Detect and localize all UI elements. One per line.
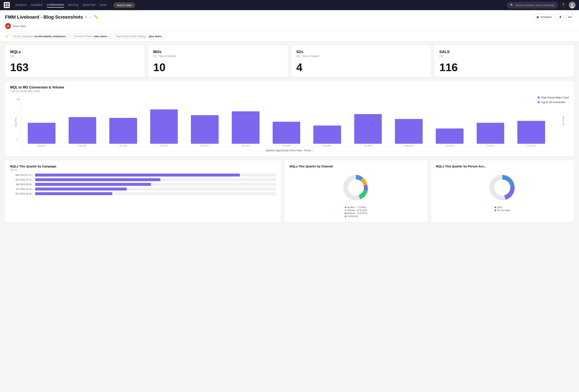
nav-monitor[interactable]: MONITOR <box>83 3 96 7</box>
svg-rect-0 <box>4 2 10 8</box>
nav-liveboards[interactable]: LIVEBOARDS <box>47 2 64 8</box>
mql-chart-card: MQL to MO Conversion & Volume Last 12 mo… <box>5 81 574 156</box>
nav-spotiq[interactable]: SPOTIQ <box>68 3 78 7</box>
svg-rect-3 <box>5 5 6 7</box>
campaign-bar-label: WB 2022.07.21... <box>10 174 33 176</box>
svg-rect-4 <box>7 5 9 7</box>
main-content: MQLs CQ 163 MOs CQ - New & Expand 10 S2s… <box>0 41 579 226</box>
kpi-mqls: MQLs CQ 163 <box>5 46 145 77</box>
person-donut: [Null] AE Top Target <box>436 170 569 212</box>
chart-legend: Total Person Mqls Count mgl to m0 conver… <box>538 96 569 104</box>
filter-forecast[interactable]: Forecast A Name alice davis ▾ <box>72 34 111 39</box>
bar-label: Jan 2022 <box>242 145 250 147</box>
bar[interactable] <box>354 114 382 144</box>
svg-point-7 <box>570 6 574 8</box>
y-axis-label: Total Pers... <box>15 116 17 127</box>
kpi-sals: SALS CQ 116 <box>434 46 574 77</box>
more-options-button[interactable]: ••• <box>566 14 574 20</box>
campaign-bar-row: WS 2021.07.21... <box>10 178 276 181</box>
campaign-bar-row: EV 2020.10.12... <box>10 187 276 190</box>
bar[interactable] <box>109 118 137 144</box>
bottom-row: MQLs This Quarter by Campaign Top 20 WB … <box>5 161 574 222</box>
campaign-bar-track <box>35 192 276 195</box>
sort-arrow-icon[interactable]: ↑ <box>312 149 313 152</box>
bar-label: Jul 2022 <box>487 145 494 147</box>
bar-group: Jul 2022 <box>471 100 510 147</box>
user-avatar[interactable] <box>569 2 576 8</box>
campaign-bar-row: WB 2022.07.21... <box>10 173 276 176</box>
campaign-bar-label: WS 2021.07.21... <box>10 178 33 181</box>
bar-label: Nov 2021 <box>160 145 168 147</box>
bar-group: Oct 2021 <box>103 100 143 147</box>
campaign-bar-fill <box>35 192 112 195</box>
filter-subregion[interactable]: Person Subregion na mid atlantic enterpr… <box>11 34 69 39</box>
campaign-bars: WB 2022.07.21...WS 2021.07.21...SM 2022.… <box>10 173 276 195</box>
kpi-mos-title: MOs <box>153 50 283 54</box>
bar[interactable] <box>232 111 260 144</box>
logo[interactable] <box>3 2 10 8</box>
kpi-mos-value: 10 <box>153 62 283 73</box>
campaign-bar-label: EV 2020.10.12... <box>10 188 33 190</box>
campaign-bar-track <box>35 183 276 186</box>
kpi-mqls-title: MQLs <box>10 50 140 54</box>
help-button[interactable]: ? <box>560 2 566 8</box>
search-icon: 🔍 <box>510 3 513 7</box>
kpi-mos: MOs CQ - New & Expand 10 <box>148 46 288 77</box>
mql-chart-title: MQL to MO Conversion & Volume <box>10 86 569 89</box>
bar-chart: Aug 2021Sep 2021Oct 2021Nov 2021Dec 2021… <box>21 100 552 147</box>
bar-group: Apr 2022 <box>348 100 388 147</box>
bar[interactable] <box>28 123 56 144</box>
nav-links: SEARCH ANSWER LIVEBOARDS SPOTIQ MONITOR … <box>15 2 107 8</box>
kpi-sals-title: SALS <box>439 50 569 54</box>
share-button[interactable]: ⬆ <box>557 13 564 20</box>
campaign-card: MQLs This Quarter by Campaign Top 20 WB … <box>5 161 281 222</box>
person-donut-svg <box>485 170 519 205</box>
bar[interactable] <box>191 115 219 144</box>
global-search-box[interactable]: 🔍 Search answers and Liveboards <box>507 2 558 8</box>
edit-icon[interactable]: ✏️ <box>94 15 98 19</box>
bar[interactable] <box>313 125 341 144</box>
bar-label: Feb 2022 <box>283 145 290 147</box>
bar[interactable] <box>436 128 464 144</box>
kpi-s2s-value: 4 <box>296 62 426 73</box>
campaign-bar-row: WS 2021.06.29... <box>10 192 276 195</box>
search-data-button[interactable]: Search data <box>113 2 135 8</box>
bar[interactable] <box>477 123 505 144</box>
bar-label: Dec 2021 <box>201 145 209 147</box>
channel-donut-svg <box>339 170 373 205</box>
campaign-bar-fill <box>35 173 240 176</box>
campaign-title: MQLs This Quarter by Campaign <box>10 165 276 168</box>
legend-dot-mgl <box>538 101 540 103</box>
y-zero-label: 0 <box>16 138 18 141</box>
filter-subregion-arrow: ▾ <box>66 35 67 38</box>
liveboard-title: FMM Liveboard - Blog Screenshots <box>5 14 83 20</box>
dropdown-icon[interactable]: ▾ <box>85 15 87 19</box>
legend-item-mgl: mgl to m0 conversion <box>538 101 569 104</box>
bar[interactable] <box>517 121 545 144</box>
bar-group: Nov 2021 <box>144 100 184 147</box>
bar-label: Aug 2021 <box>38 145 46 147</box>
bar-label: Jun 2022 <box>446 145 454 147</box>
svg-rect-2 <box>7 3 9 5</box>
filter-owner[interactable]: Opportunity Owner Manag... alice davis ▾ <box>113 34 165 39</box>
person-acc-card: MQLs This Quarter by Person Acc... [Null… <box>431 161 574 222</box>
bar[interactable] <box>150 110 178 144</box>
bar-label: Apr 2022 <box>364 145 372 147</box>
schedule-button[interactable]: ▣ Schedule <box>533 14 555 20</box>
search-placeholder: Search answers and Liveboards <box>515 3 555 7</box>
kpi-mqls-value: 163 <box>10 62 140 73</box>
nav-answer[interactable]: ANSWER <box>31 3 43 7</box>
channel-donut: Ancillary - 7 (3.56%) Website - 10 (5.26… <box>290 170 423 218</box>
favorite-icon[interactable]: ☆ <box>89 15 92 19</box>
bar-label: Aug 2022 <box>527 145 535 147</box>
kpi-mqls-subtitle: CQ <box>10 55 140 57</box>
nav-data[interactable]: DATA <box>100 3 107 7</box>
kpi-s2s-title: S2s <box>296 50 426 54</box>
bar[interactable] <box>273 122 300 144</box>
bar[interactable] <box>395 119 423 144</box>
campaign-bar-fill <box>35 178 160 181</box>
nav-search[interactable]: SEARCH <box>15 3 26 7</box>
campaign-bar-track <box>35 178 276 181</box>
svg-point-11 <box>494 179 510 196</box>
bar[interactable] <box>69 117 96 144</box>
